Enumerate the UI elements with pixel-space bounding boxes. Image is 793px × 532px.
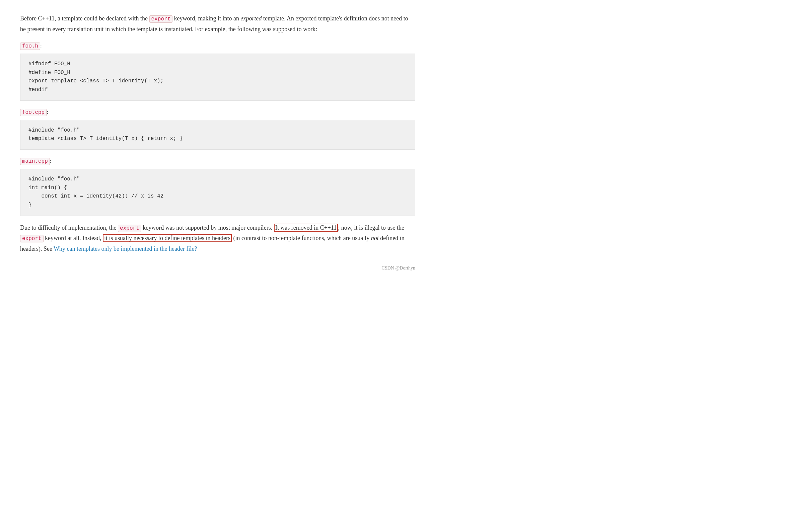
difficulty-text-1: Due to difficulty of implementation, the — [20, 224, 118, 231]
foo-cpp-filename: foo.cpp — [20, 109, 46, 116]
removed-text: It was removed in C++11 — [275, 224, 337, 231]
foo-h-code-block: #ifndef FOO_H #define FOO_H export templ… — [20, 54, 415, 100]
define-highlight: it is usually necessary to define templa… — [103, 234, 232, 242]
main-cpp-code-block: #include "foo.h" int main() { const int … — [20, 169, 415, 215]
define-text: it is usually necessary to define templa… — [104, 235, 230, 241]
main-cpp-colon: : — [50, 158, 52, 164]
foo-h-colon: : — [40, 42, 42, 49]
foo-h-label-line: foo.h: — [20, 41, 415, 51]
difficulty-text-2: keyword was not supported by most major … — [141, 224, 274, 231]
header-file-link[interactable]: Why can templates only be implemented in… — [54, 245, 197, 252]
exported-italic: exported — [241, 15, 262, 22]
watermark: CSDN @Dorthyn — [20, 264, 415, 272]
intro-paragraph: Before C++11, a template could be declar… — [20, 13, 415, 35]
main-cpp-label-line: main.cpp: — [20, 156, 415, 166]
export-keyword2-inline: export — [118, 225, 141, 232]
foo-cpp-code-block: #include "foo.h" template <class T> T id… — [20, 120, 415, 150]
not-italic: not — [371, 235, 379, 241]
export-keyword3-inline: export — [20, 235, 43, 242]
foo-cpp-colon: : — [46, 109, 48, 115]
intro-text-1: Before C++11, a template could be declar… — [20, 15, 149, 22]
removed-highlight: It was removed in C++11 — [274, 224, 338, 232]
contrast-text: (in contrast to non-template functions, … — [232, 235, 371, 241]
intro-text-2: keyword, making it into an — [172, 15, 241, 22]
export-keyword-inline: export — [149, 15, 173, 23]
foo-cpp-label-line: foo.cpp: — [20, 108, 415, 117]
foo-h-filename: foo.h — [20, 42, 40, 50]
difficulty-text-4: keyword at all. Instead, — [43, 235, 103, 241]
main-cpp-filename: main.cpp — [20, 158, 50, 165]
difficulty-text-3: ; now, it is illegal to use the — [338, 224, 404, 231]
difficulty-paragraph: Due to difficulty of implementation, the… — [20, 223, 415, 254]
